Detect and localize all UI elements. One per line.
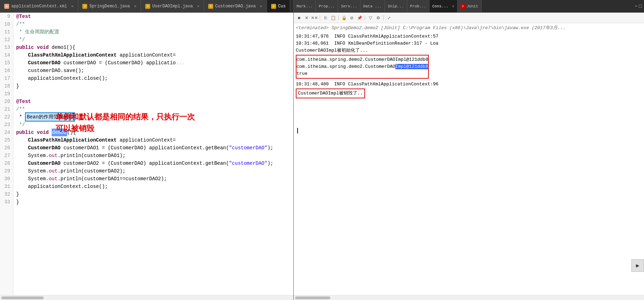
code-line-23: */ [16,121,291,129]
tab-properties[interactable]: Prop... [316,0,338,12]
left-tab-group: x applicationContext.xml ✕ J SpringDemo1… [0,0,294,12]
tab-label: UserDAOImpl.java [152,4,193,9]
tab-servers[interactable]: Serv... [338,0,360,12]
close2-button[interactable]: ✕✕ [311,15,318,21]
copy-button[interactable]: ⎘ [322,15,329,21]
code-line-19 [16,90,291,98]
code-line-18: } [16,82,291,90]
console-destroy-line: CustomerDAOImpl被销毁了.. [298,90,363,97]
tab-label: applicationContext.xml [11,4,67,9]
bean-scope-highlight: Bean的作用范围配置 [25,112,75,122]
java-icon: J [271,4,276,9]
toolbar-separator3 [365,15,365,20]
tab-applicationContext[interactable]: x applicationContext.xml ✕ [0,0,78,12]
scrollbar-thumb-h[interactable] [295,296,330,299]
tab-snippets[interactable]: Snip... [385,0,407,12]
tab-CustomerDAO[interactable]: J CustomerDAO.java ✕ [204,0,267,12]
console-output[interactable]: <terminated> SpringDemo2.demo2 [JUnit] C… [294,23,644,295]
console-red-box: com.itheima.spring.demo2.CustomerDAOImpl… [296,55,429,79]
console-horizontal-scrollbar[interactable] [294,295,644,300]
console-init-line: CustomerDAOImpl被初始化了... [296,47,642,54]
play-button[interactable]: ▶ [631,259,644,272]
code-line-10: /** [16,20,291,28]
toolbar-separator2 [338,15,339,20]
console-info-line2: 10:31:48,061 INFO XmlBeanDefinitionReade… [296,40,642,47]
code-line-30: System.out.println(customerDAO1==custome… [16,175,291,183]
console-info-line3: 10:31:48,480 INFO ClassPathXmlApplicatio… [296,81,642,88]
code-line-29: System.out.println(customerDAO2); [16,167,291,175]
tab-label: CustomerDAO.java [215,4,256,9]
code-line-24: public void demo2(){ [16,129,291,136]
tab-markers[interactable]: Mark... [294,0,316,12]
close-button[interactable]: ✕ [304,15,310,21]
tab-label: SpringDemo1.java [89,4,130,9]
tab-data[interactable]: Data ... [361,0,385,12]
console-cursor-area [296,127,642,134]
tab-Cus-active[interactable]: J Cus [267,0,291,12]
code-editor[interactable]: 9 10 11 12 13 14 15 16 17 18 19 20 21 22… [0,13,293,300]
expand-button[interactable]: ⤢ [386,15,392,21]
xml-icon: x [4,4,9,9]
play-icon: ▶ [636,262,639,269]
right-tab-group: Mark... Prop... Serv... Data ... Snip...… [294,0,644,12]
code-editor-panel: 9 10 11 12 13 14 15 16 17 18 19 20 21 22… [0,13,294,300]
tab-junit[interactable]: J JUnit [458,0,482,12]
tab-label: Cus [278,4,286,9]
tab-UserDAOImpl[interactable]: J UserDAOImpl.java ✕ [141,0,204,12]
code-horizontal-scrollbar[interactable] [0,295,293,300]
top-tab-bar: x applicationContext.xml ✕ J SpringDemo1… [0,0,644,13]
demo2-highlight: demo2 [52,129,67,136]
minimize-icon[interactable]: − [635,4,637,9]
tab-console[interactable]: Cons... ✕ [429,0,458,12]
code-line-9: @Test [16,13,291,20]
console-info-line1: 10:31:47,976 INFO ClassPathXmlApplicatio… [296,33,642,40]
code-line-20: @Test [16,98,291,105]
tab-label: Snip... [388,4,404,8]
close-icon[interactable]: ✕ [134,4,136,8]
scroll-lock-button[interactable]: 🔒 [341,15,347,21]
code-line-32: } [16,190,291,198]
close-icon[interactable]: ✕ [260,4,262,8]
code-line-28: CustomerDAO customerDAO2 = (CustomerDAO)… [16,159,291,167]
code-line-31: applicationContext.close(); [16,183,291,190]
filter-button[interactable]: ▽ [367,15,374,21]
code-line-11: * 生命周期的配置 [16,28,291,36]
pin-button[interactable]: 📌 [356,15,363,21]
code-line-13: public void demo1(){ [16,44,291,51]
maximize-icon[interactable]: □ [639,4,642,9]
stop-button[interactable]: ■ [296,15,302,21]
scrollbar-thumb[interactable] [1,296,44,299]
right-icon-strip: − □ [635,0,644,12]
close-icon[interactable]: ✕ [71,4,74,8]
console-terminated-line: <terminated> SpringDemo2.demo2 [JUnit] C… [296,25,642,32]
code-line-25: ClassPathXmlApplicationContext applicati… [16,136,291,144]
code-lines: @Test /** * 生命周期的配置 */ public void demo1… [13,13,293,295]
clear-button[interactable]: ⊘ [349,15,355,21]
code-line-14: ClassPathXmlApplicationContext applicati… [16,51,291,59]
close-icon[interactable]: ✕ [452,4,454,8]
console-out2: com.itheima.spring.demo2.CustomerDAOImpl… [297,63,428,70]
tab-problems[interactable]: Prob... [407,0,429,12]
line-numbers: 9 10 11 12 13 14 15 16 17 18 19 20 21 22… [0,13,13,295]
paste-button[interactable]: 📋 [330,15,336,21]
text-cursor [297,128,298,133]
console-true-line: true [297,70,428,77]
code-content: 9 10 11 12 13 14 15 16 17 18 19 20 21 22… [0,13,293,295]
code-line-33: } [16,198,291,206]
console-destroy-box: CustomerDAOImpl被销毁了.. [296,89,365,98]
java-icon: J [82,4,87,9]
tab-label: Cons... [432,4,448,8]
settings-button[interactable]: ⚙ [375,15,381,21]
code-line-21: /** [16,105,291,113]
code-line-12: */ [16,36,291,44]
tab-label: JUnit [467,4,478,8]
close-icon[interactable]: ✕ [197,4,199,8]
tab-SpringDemo1[interactable]: J SpringDemo1.java ✕ [78,0,141,12]
tab-label: Prob... [410,4,426,8]
code-line-26: CustomerDAO customerDAO1 = (CustomerDAO)… [16,144,291,152]
code-line-22: * Bean的作用范围配置 [16,113,291,121]
tab-label: Prop... [319,4,335,8]
console-out1: com.itheima.spring.demo2.CustomerDAOImpl… [297,56,428,63]
tab-label: Mark... [297,4,313,8]
toolbar-separator [320,15,320,20]
